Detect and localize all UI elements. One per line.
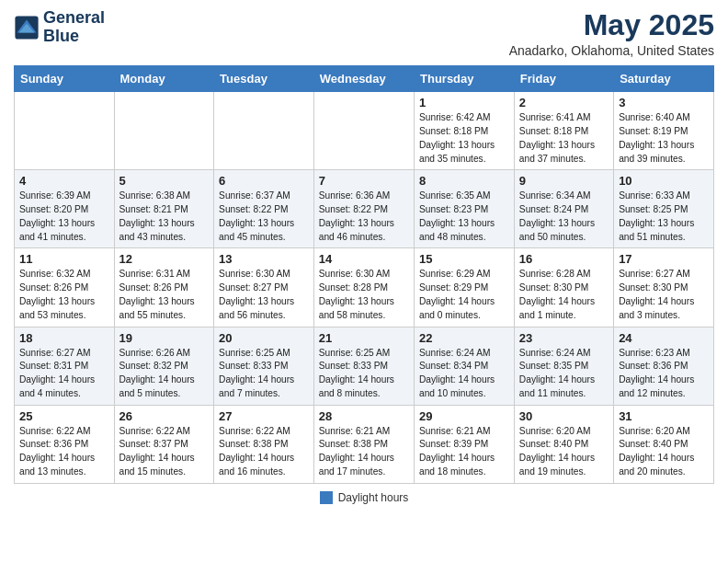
day-number: 23 — [519, 331, 609, 345]
day-number: 15 — [419, 252, 509, 266]
calendar-cell: 25Sunrise: 6:22 AM Sunset: 8:36 PM Dayli… — [15, 405, 115, 483]
day-number: 4 — [19, 174, 109, 188]
calendar-table: SundayMondayTuesdayWednesdayThursdayFrid… — [14, 65, 714, 484]
day-number: 31 — [619, 409, 709, 423]
day-number: 24 — [619, 331, 709, 345]
day-info: Sunrise: 6:25 AM Sunset: 8:33 PM Dayligh… — [219, 347, 309, 401]
day-info: Sunrise: 6:35 AM Sunset: 8:23 PM Dayligh… — [419, 190, 509, 244]
calendar-cell: 29Sunrise: 6:21 AM Sunset: 8:39 PM Dayli… — [415, 405, 515, 483]
weekday-header-tuesday: Tuesday — [214, 66, 314, 92]
calendar-cell: 31Sunrise: 6:20 AM Sunset: 8:40 PM Dayli… — [614, 405, 714, 483]
calendar-cell: 28Sunrise: 6:21 AM Sunset: 8:38 PM Dayli… — [313, 405, 414, 483]
calendar-cell: 3Sunrise: 6:40 AM Sunset: 8:19 PM Daylig… — [614, 92, 714, 170]
day-number: 22 — [419, 331, 509, 345]
day-number: 8 — [419, 174, 509, 188]
day-number: 20 — [219, 331, 309, 345]
day-number: 7 — [319, 174, 409, 188]
daylight-legend-label: Daylight hours — [338, 491, 409, 504]
day-number: 19 — [119, 331, 210, 345]
calendar-week-row: 1Sunrise: 6:42 AM Sunset: 8:18 PM Daylig… — [15, 92, 714, 170]
day-number: 16 — [519, 252, 609, 266]
day-info: Sunrise: 6:21 AM Sunset: 8:39 PM Dayligh… — [419, 425, 509, 479]
day-info: Sunrise: 6:27 AM Sunset: 8:30 PM Dayligh… — [619, 268, 709, 322]
calendar-cell: 30Sunrise: 6:20 AM Sunset: 8:40 PM Dayli… — [514, 405, 613, 483]
daylight-legend-box — [320, 491, 333, 504]
calendar-cell: 18Sunrise: 6:27 AM Sunset: 8:31 PM Dayli… — [15, 327, 115, 405]
calendar-cell: 7Sunrise: 6:36 AM Sunset: 8:22 PM Daylig… — [313, 170, 414, 248]
day-number: 29 — [419, 409, 509, 423]
day-info: Sunrise: 6:41 AM Sunset: 8:18 PM Dayligh… — [519, 111, 609, 166]
calendar-cell: 15Sunrise: 6:29 AM Sunset: 8:29 PM Dayli… — [415, 248, 515, 327]
day-info: Sunrise: 6:24 AM Sunset: 8:34 PM Dayligh… — [419, 347, 509, 401]
day-info: Sunrise: 6:31 AM Sunset: 8:26 PM Dayligh… — [119, 268, 210, 322]
calendar-cell: 14Sunrise: 6:30 AM Sunset: 8:28 PM Dayli… — [313, 248, 414, 327]
logo-icon — [14, 15, 40, 40]
title-block: May 2025 Anadarko, Oklahoma, United Stat… — [509, 9, 714, 58]
day-number: 11 — [19, 252, 109, 266]
calendar-cell — [114, 92, 214, 170]
day-info: Sunrise: 6:34 AM Sunset: 8:24 PM Dayligh… — [519, 190, 609, 244]
calendar-cell: 2Sunrise: 6:41 AM Sunset: 8:18 PM Daylig… — [514, 92, 613, 170]
day-number: 18 — [19, 331, 109, 345]
day-info: Sunrise: 6:23 AM Sunset: 8:36 PM Dayligh… — [619, 347, 709, 401]
day-info: Sunrise: 6:28 AM Sunset: 8:30 PM Dayligh… — [519, 268, 609, 322]
calendar-cell: 9Sunrise: 6:34 AM Sunset: 8:24 PM Daylig… — [514, 170, 613, 248]
day-info: Sunrise: 6:37 AM Sunset: 8:22 PM Dayligh… — [219, 190, 309, 244]
weekday-header-saturday: Saturday — [614, 66, 714, 92]
day-number: 25 — [19, 409, 109, 423]
day-number: 13 — [219, 252, 309, 266]
day-info: Sunrise: 6:25 AM Sunset: 8:33 PM Dayligh… — [319, 347, 409, 401]
day-info: Sunrise: 6:40 AM Sunset: 8:19 PM Dayligh… — [619, 111, 709, 166]
calendar-footer: Daylight hours — [14, 491, 714, 504]
calendar-cell: 16Sunrise: 6:28 AM Sunset: 8:30 PM Dayli… — [514, 248, 613, 327]
calendar-cell: 1Sunrise: 6:42 AM Sunset: 8:18 PM Daylig… — [415, 92, 515, 170]
day-info: Sunrise: 6:42 AM Sunset: 8:18 PM Dayligh… — [419, 111, 509, 166]
day-info: Sunrise: 6:22 AM Sunset: 8:37 PM Dayligh… — [119, 425, 210, 479]
day-info: Sunrise: 6:33 AM Sunset: 8:25 PM Dayligh… — [619, 190, 709, 244]
day-number: 10 — [619, 174, 709, 188]
day-info: Sunrise: 6:22 AM Sunset: 8:38 PM Dayligh… — [219, 425, 309, 479]
day-info: Sunrise: 6:27 AM Sunset: 8:31 PM Dayligh… — [19, 347, 109, 401]
day-number: 5 — [119, 174, 210, 188]
day-number: 3 — [619, 96, 709, 109]
day-number: 30 — [519, 409, 609, 423]
day-info: Sunrise: 6:39 AM Sunset: 8:20 PM Dayligh… — [19, 190, 109, 244]
day-number: 6 — [219, 174, 309, 188]
location: Anadarko, Oklahoma, United States — [509, 43, 714, 58]
calendar-cell: 21Sunrise: 6:25 AM Sunset: 8:33 PM Dayli… — [313, 327, 414, 405]
calendar-week-row: 11Sunrise: 6:32 AM Sunset: 8:26 PM Dayli… — [15, 248, 714, 327]
calendar-cell: 26Sunrise: 6:22 AM Sunset: 8:37 PM Dayli… — [114, 405, 214, 483]
day-number: 21 — [319, 331, 409, 345]
calendar-cell: 22Sunrise: 6:24 AM Sunset: 8:34 PM Dayli… — [415, 327, 515, 405]
page-header: General Blue May 2025 Anadarko, Oklahoma… — [14, 9, 714, 58]
calendar-cell: 12Sunrise: 6:31 AM Sunset: 8:26 PM Dayli… — [114, 248, 214, 327]
day-info: Sunrise: 6:22 AM Sunset: 8:36 PM Dayligh… — [19, 425, 109, 479]
calendar-week-row: 18Sunrise: 6:27 AM Sunset: 8:31 PM Dayli… — [15, 327, 714, 405]
day-number: 14 — [319, 252, 409, 266]
calendar-week-row: 25Sunrise: 6:22 AM Sunset: 8:36 PM Dayli… — [15, 405, 714, 483]
calendar-cell: 23Sunrise: 6:24 AM Sunset: 8:35 PM Dayli… — [514, 327, 613, 405]
calendar-cell — [313, 92, 414, 170]
calendar-cell: 19Sunrise: 6:26 AM Sunset: 8:32 PM Dayli… — [114, 327, 214, 405]
weekday-header-monday: Monday — [114, 66, 214, 92]
day-info: Sunrise: 6:24 AM Sunset: 8:35 PM Dayligh… — [519, 347, 609, 401]
day-info: Sunrise: 6:21 AM Sunset: 8:38 PM Dayligh… — [319, 425, 409, 479]
calendar-cell: 4Sunrise: 6:39 AM Sunset: 8:20 PM Daylig… — [15, 170, 115, 248]
calendar-cell: 20Sunrise: 6:25 AM Sunset: 8:33 PM Dayli… — [214, 327, 314, 405]
day-number: 28 — [319, 409, 409, 423]
day-number: 26 — [119, 409, 210, 423]
day-info: Sunrise: 6:30 AM Sunset: 8:27 PM Dayligh… — [219, 268, 309, 322]
calendar-cell: 13Sunrise: 6:30 AM Sunset: 8:27 PM Dayli… — [214, 248, 314, 327]
day-number: 1 — [419, 96, 509, 109]
calendar-cell: 17Sunrise: 6:27 AM Sunset: 8:30 PM Dayli… — [614, 248, 714, 327]
calendar-cell: 5Sunrise: 6:38 AM Sunset: 8:21 PM Daylig… — [114, 170, 214, 248]
day-info: Sunrise: 6:38 AM Sunset: 8:21 PM Dayligh… — [119, 190, 210, 244]
day-info: Sunrise: 6:26 AM Sunset: 8:32 PM Dayligh… — [119, 347, 210, 401]
day-info: Sunrise: 6:29 AM Sunset: 8:29 PM Dayligh… — [419, 268, 509, 322]
calendar-cell: 8Sunrise: 6:35 AM Sunset: 8:23 PM Daylig… — [415, 170, 515, 248]
logo: General Blue — [14, 9, 105, 46]
day-number: 2 — [519, 96, 609, 109]
day-info: Sunrise: 6:30 AM Sunset: 8:28 PM Dayligh… — [319, 268, 409, 322]
calendar-cell: 11Sunrise: 6:32 AM Sunset: 8:26 PM Dayli… — [15, 248, 115, 327]
weekday-header-wednesday: Wednesday — [313, 66, 414, 92]
